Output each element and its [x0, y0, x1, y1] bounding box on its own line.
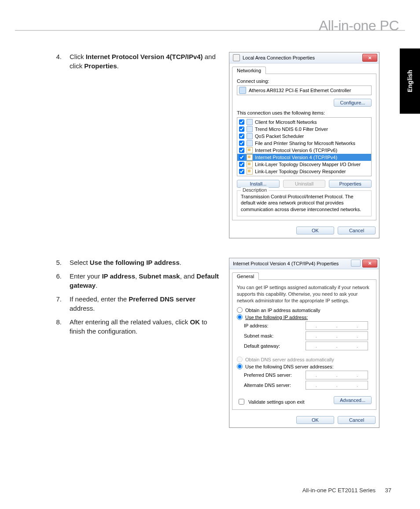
service-icon [247, 140, 253, 146]
item-label: Link-Layer Topology Discovery Mapper I/O… [255, 162, 361, 167]
step-number: 7. [53, 294, 62, 313]
service-icon [247, 133, 253, 139]
connection-item[interactable]: File and Printer Sharing for Microsoft N… [237, 140, 371, 147]
connection-item[interactable]: QoS Packet Scheduler [237, 133, 371, 140]
instruction-step: 8.After entering all the related values,… [53, 317, 220, 336]
close-button[interactable]: ✕ [362, 54, 377, 62]
adapter-field[interactable]: Atheros AR8132 PCI-E Fast Ethernet Contr… [237, 85, 372, 95]
connection-item[interactable]: Trend Micro NDIS 6.0 Filter Driver [237, 126, 371, 133]
step-number: 4. [53, 52, 62, 71]
connection-item[interactable]: Internet Protocol Version 4 (TCP/IPv4) [237, 154, 371, 161]
dialog1-title: Local Area Connection Properties [243, 55, 315, 60]
step-text: Select Use the following IP address. [70, 258, 220, 267]
tab-networking[interactable]: Networking [232, 67, 266, 74]
language-tab: English [400, 48, 420, 114]
alternate-dns-field[interactable]: ... [306, 381, 368, 390]
items-label: This connection uses the following items… [237, 110, 372, 115]
connection-items-list[interactable]: Client for Microsoft NetworksTrend Micro… [237, 117, 372, 176]
instruction-step: 4.Click Internet Protocol Version 4(TCP/… [53, 52, 220, 71]
default-gateway-field[interactable]: ... [306, 342, 368, 350]
item-checkbox[interactable] [239, 141, 244, 146]
radio-use-dns[interactable] [237, 364, 243, 369]
validate-checkbox[interactable] [239, 399, 244, 405]
step-number: 5. [53, 258, 62, 267]
tab-general[interactable]: General [232, 272, 259, 280]
step-number: 8. [53, 317, 62, 336]
preferred-dns-field[interactable]: ... [306, 371, 368, 379]
dialog1-titlebar: Local Area Connection Properties ✕ [229, 52, 379, 63]
instruction-step: 5.Select Use the following IP address. [53, 258, 220, 267]
uninstall-button: Uninstall [283, 180, 326, 188]
description-text: Transmission Control Protocol/Internet P… [241, 193, 368, 212]
protocol-icon [247, 147, 253, 153]
connection-item[interactable]: Link-Layer Topology Discovery Mapper I/O… [237, 161, 371, 168]
properties-button[interactable]: Properties [329, 180, 372, 188]
language-tab-label: English [406, 70, 413, 93]
instruction-step: 6.Enter your IP address, Subnet mask, an… [53, 271, 220, 290]
dialog2-title: Internet Protocol Version 4 (TCP/IPv4) P… [233, 261, 339, 266]
item-checkbox[interactable] [239, 134, 244, 139]
item-label: Trend Micro NDIS 6.0 Filter Driver [255, 126, 328, 132]
dialog-lan-properties: Local Area Connection Properties ✕ Netwo… [229, 52, 379, 238]
radio-obtain-dns-label: Obtain DNS server address automatically [245, 357, 334, 362]
description-legend: Description [241, 187, 269, 193]
preferred-dns-label: Preferred DNS server: [244, 372, 301, 378]
nic-icon [239, 87, 246, 94]
item-checkbox[interactable] [239, 162, 244, 167]
protocol-icon [247, 161, 253, 167]
step-text: Enter your IP address, Subnet mask, and … [70, 271, 220, 290]
cancel-button[interactable]: Cancel [338, 416, 376, 424]
step-text: If needed, enter the Preferred DNS serve… [70, 294, 220, 313]
item-label: Client for Microsoft Networks [255, 119, 317, 125]
radio-use-ip-label: Use the following IP address: [245, 315, 308, 320]
item-checkbox[interactable] [239, 169, 244, 174]
item-label: QoS Packet Scheduler [255, 134, 304, 139]
ip-address-label: IP address: [244, 323, 301, 328]
cancel-button[interactable]: Cancel [338, 227, 376, 234]
ok-button[interactable]: OK [296, 227, 334, 234]
instruction-step: 7.If needed, enter the Preferred DNS ser… [53, 294, 220, 313]
radio-obtain-ip-label: Obtain an IP address automatically [245, 308, 320, 313]
window-icon [233, 54, 240, 61]
item-checkbox[interactable] [239, 126, 244, 132]
radio-obtain-dns [237, 357, 243, 362]
step-text: After entering all the related values, c… [70, 317, 220, 336]
dialog2-titlebar: Internet Protocol Version 4 (TCP/IPv4) P… [229, 258, 379, 269]
protocol-icon [247, 168, 253, 175]
step-text: Click Internet Protocol Version 4(TCP/IP… [70, 52, 220, 71]
subnet-mask-field[interactable]: ... [306, 331, 368, 340]
advanced-button[interactable]: Advanced... [334, 396, 372, 404]
service-icon [247, 126, 253, 132]
page-title: All-in-one PC [319, 18, 399, 34]
page-footer: All-in-one PC ET2011 Series 37 [302, 487, 391, 494]
default-gateway-label: Default gateway: [244, 343, 301, 349]
install-button[interactable]: Install... [237, 180, 280, 188]
dialog-ipv4-properties: Internet Protocol Version 4 (TCP/IPv4) P… [229, 258, 379, 428]
close-button[interactable]: ✕ [362, 260, 377, 268]
radio-use-ip[interactable] [237, 314, 243, 320]
alternate-dns-label: Alternate DNS server: [244, 383, 301, 388]
connection-item[interactable]: Link-Layer Topology Discovery Responder [237, 168, 371, 175]
radio-use-dns-label: Use the following DNS server addresses: [245, 364, 334, 369]
protocol-icon [247, 154, 253, 160]
item-label: Internet Protocol Version 6 (TCP/IPv6) [255, 148, 337, 153]
connection-item[interactable]: Internet Protocol Version 6 (TCP/IPv6) [237, 147, 371, 154]
ip-address-field[interactable]: ... [306, 321, 368, 330]
step-number: 6. [53, 271, 62, 290]
help-button[interactable] [351, 260, 361, 267]
item-checkbox[interactable] [239, 155, 244, 160]
item-label: Internet Protocol Version 4 (TCP/IPv4) [255, 155, 337, 160]
item-checkbox[interactable] [239, 119, 244, 125]
connection-item[interactable]: Client for Microsoft Networks [237, 119, 371, 126]
item-label: File and Printer Sharing for Microsoft N… [255, 141, 355, 146]
adapter-name: Atheros AR8132 PCI-E Fast Ethernet Contr… [249, 88, 351, 93]
service-icon [247, 119, 253, 125]
configure-button[interactable]: Configure... [334, 99, 372, 107]
ip-hint-text: You can get IP settings assigned automat… [237, 284, 372, 304]
item-checkbox[interactable] [239, 148, 244, 153]
validate-label: Validate settings upon exit [248, 399, 305, 405]
instruction-list-b: 5.Select Use the following IP address.6.… [53, 258, 220, 336]
instruction-list-a: 4.Click Internet Protocol Version 4(TCP/… [53, 52, 220, 71]
radio-obtain-ip[interactable] [237, 307, 243, 313]
ok-button[interactable]: OK [296, 416, 334, 424]
